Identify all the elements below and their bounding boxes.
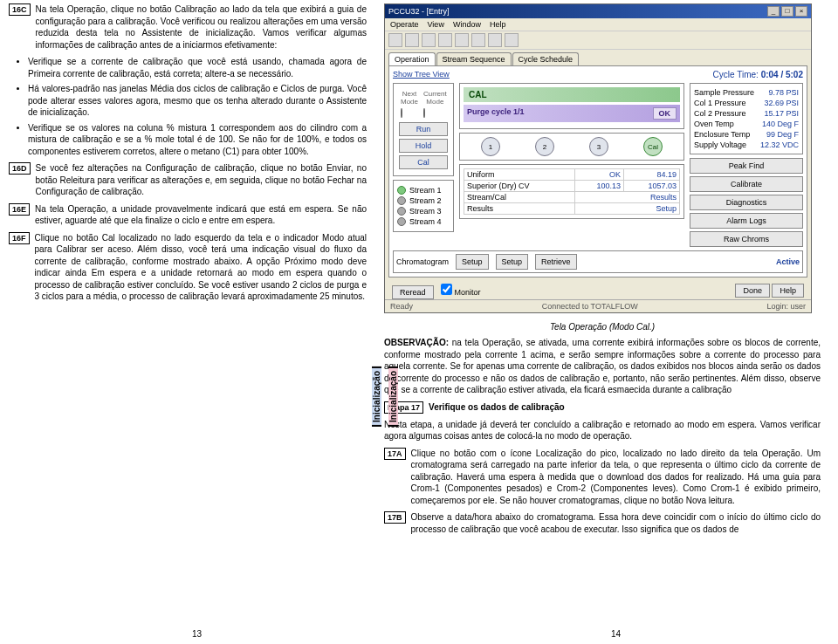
chrom-setup-button-2[interactable]: Setup bbox=[496, 254, 529, 270]
menu-window[interactable]: Window bbox=[453, 20, 481, 29]
col2-label: Col 2 Pressure bbox=[694, 109, 746, 118]
chrom-label: Chromatogram bbox=[396, 257, 449, 266]
step-16f: 16F bbox=[9, 232, 30, 244]
results-link[interactable]: Results bbox=[575, 192, 680, 203]
next-mode-hdr: Next Mode bbox=[399, 89, 420, 106]
monitor-checkbox[interactable] bbox=[441, 284, 452, 295]
toolbar-icon[interactable] bbox=[505, 33, 519, 47]
menu-help[interactable]: Help bbox=[490, 20, 506, 29]
stream1-label: Stream 1 bbox=[409, 186, 442, 195]
side-buttons: Peak Find Calibrate Diagnostics Alarm Lo… bbox=[690, 158, 803, 247]
help-button[interactable]: Help bbox=[772, 284, 804, 298]
done-button[interactable]: Done bbox=[735, 284, 770, 298]
val-cell: 100.13 bbox=[575, 181, 624, 192]
para-16d: Se você fez alterações na Configuração d… bbox=[36, 162, 367, 198]
menu-operate[interactable]: Operate bbox=[390, 20, 419, 29]
tab-operation[interactable]: Operation bbox=[388, 52, 436, 65]
cal-button[interactable]: Cal bbox=[399, 155, 448, 169]
results-table: UniformOK84.19 Superior (Dry) CV100.1310… bbox=[459, 164, 684, 219]
vert-label-a: Inicialização bbox=[372, 367, 381, 427]
status-login: Login: user bbox=[766, 302, 806, 311]
col1-label: Col 1 Pressure bbox=[694, 99, 746, 107]
obs-label: OBSERVAÇÃO: bbox=[384, 338, 449, 347]
ok-cell: OK bbox=[575, 169, 624, 181]
purge-indicator: Purge cycle 1/1 OK bbox=[464, 105, 680, 122]
raw-chroms-button[interactable]: Raw Chroms bbox=[690, 231, 803, 247]
para-17a: Clique no botão com o ícone Localização … bbox=[411, 448, 821, 507]
figure-caption: Tela Operação (Modo Cal.) bbox=[384, 322, 821, 332]
cycle-time: Cycle Time: 0:04 / 5:02 bbox=[713, 70, 803, 79]
toolbar-icon[interactable] bbox=[455, 33, 469, 47]
run-button[interactable]: Run bbox=[399, 122, 448, 136]
toolbar-icon[interactable] bbox=[422, 33, 436, 47]
alarm-logs-button[interactable]: Alarm Logs bbox=[690, 213, 803, 229]
run-cur-led bbox=[423, 108, 425, 118]
supply-value: 12.32 VDC bbox=[760, 140, 799, 149]
step-16e: 16E bbox=[9, 203, 30, 216]
monitor-label: Monitor bbox=[455, 288, 481, 297]
app-window: PCCU32 - [Entry] _ □ × Operate View Wind… bbox=[384, 3, 812, 313]
tab-stream-sequence[interactable]: Stream Sequence bbox=[436, 52, 512, 65]
enclosure-value: 99 Deg F bbox=[766, 130, 799, 139]
tabs: Operation Stream Sequence Cycle Schedule bbox=[385, 50, 811, 65]
toolbar-icon[interactable] bbox=[388, 33, 402, 47]
bullet-3: Verifique se os valores na coluna % mist… bbox=[28, 122, 367, 158]
minimize-button[interactable]: _ bbox=[767, 6, 780, 17]
streams-panel: Stream 1 Stream 2 Stream 3 Stream 4 bbox=[393, 180, 454, 232]
col2-value: 15.17 PSI bbox=[764, 109, 799, 118]
oven-value: 140 Deg F bbox=[762, 120, 799, 128]
purge-label: Purge cycle 1/1 bbox=[467, 107, 525, 120]
status-ready: Ready bbox=[390, 302, 413, 311]
close-button[interactable]: × bbox=[795, 6, 807, 17]
peak-find-button[interactable]: Peak Find bbox=[690, 158, 803, 174]
para-16e: Na tela Operação, a unidade provavelment… bbox=[35, 203, 367, 227]
stream2-led bbox=[397, 196, 406, 205]
row-uniform: Uniform bbox=[464, 169, 575, 181]
maximize-button[interactable]: □ bbox=[781, 6, 793, 17]
chromatogram-bar: Chromatogram Setup Setup Retrieve Active bbox=[393, 250, 803, 273]
step-16c: 16C bbox=[9, 3, 31, 16]
status-connection: Connected to TOTALFLOW bbox=[542, 302, 638, 311]
diagnostics-button[interactable]: Diagnostics bbox=[690, 195, 803, 210]
para-17b: Observe a data/hora abaixo do cromatogra… bbox=[411, 511, 821, 535]
cal-mode-indicator: CAL bbox=[464, 87, 680, 102]
run-next-led bbox=[401, 108, 402, 118]
toolbar-icon[interactable] bbox=[438, 33, 452, 47]
footer-bar: Reread Monitor Done Help bbox=[388, 281, 807, 299]
node-cal[interactable]: Cal bbox=[643, 137, 663, 156]
show-tree-link[interactable]: Show Tree View bbox=[393, 70, 450, 79]
node-1[interactable]: 1 bbox=[481, 137, 500, 156]
supply-label: Supply Voltage bbox=[694, 140, 746, 149]
readings-panel: Sample Pressure9.78 PSI Col 1 Pressure32… bbox=[690, 83, 803, 154]
observation: OBSERVAÇÃO: na tela Operação, se ativada… bbox=[384, 337, 821, 396]
reread-button[interactable]: Reread bbox=[392, 285, 434, 299]
node-3[interactable]: 3 bbox=[589, 137, 608, 156]
stream2-label: Stream 2 bbox=[409, 196, 442, 205]
menu-view[interactable]: View bbox=[428, 20, 444, 29]
toolbar-icon[interactable] bbox=[488, 33, 502, 47]
status-bar: Ready Connected to TOTALFLOW Login: user bbox=[385, 299, 811, 312]
menubar: Operate View Window Help bbox=[385, 18, 811, 31]
stream4-led bbox=[397, 217, 406, 226]
bullet-list: Verifique se a corrente de calibração qu… bbox=[28, 56, 367, 157]
chrom-retrieve-button[interactable]: Retrieve bbox=[535, 254, 577, 270]
stream3-label: Stream 3 bbox=[409, 207, 442, 216]
hold-button[interactable]: Hold bbox=[399, 139, 448, 153]
bullet-1: Verifique se a corrente de calibração qu… bbox=[28, 56, 367, 79]
oven-label: Oven Temp bbox=[694, 120, 734, 128]
toolbar-icon[interactable] bbox=[405, 33, 419, 47]
mode-panel: Next ModeCurrent Mode Run Hold Cal bbox=[393, 83, 454, 176]
tab-cycle-schedule[interactable]: Cycle Schedule bbox=[512, 52, 580, 65]
col1-value: 32.69 PSI bbox=[764, 99, 799, 107]
calibrate-button[interactable]: Calibrate bbox=[690, 176, 803, 192]
stream4-label: Stream 4 bbox=[409, 217, 442, 226]
toolbar bbox=[385, 31, 811, 50]
setup-link[interactable]: Setup bbox=[575, 203, 680, 215]
toolbar-icon[interactable] bbox=[471, 33, 485, 47]
node-2[interactable]: 2 bbox=[535, 137, 554, 156]
chrom-setup-button[interactable]: Setup bbox=[456, 254, 489, 270]
titlebar: PCCU32 - [Entry] _ □ × bbox=[385, 4, 811, 18]
para-17intro: Nesta etapa, a unidade já deverá ter con… bbox=[384, 419, 821, 442]
sample-pressure-label: Sample Pressure bbox=[694, 88, 754, 97]
row-streamcal: Stream/Cal bbox=[464, 192, 575, 203]
